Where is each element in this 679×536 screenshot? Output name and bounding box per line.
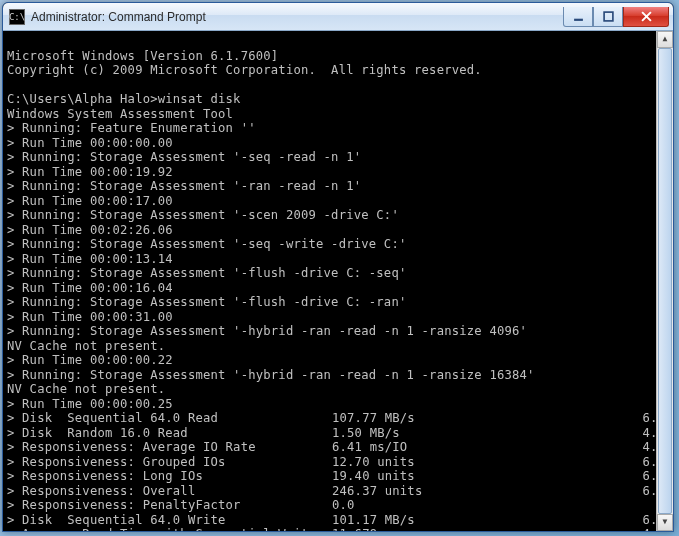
result-label: > Responsiveness: Long IOs	[7, 469, 332, 484]
result-value: 11.679 ms	[332, 527, 454, 531]
result-value: 6.41 ms/IO	[332, 440, 454, 455]
minimize-icon	[573, 11, 584, 22]
result-score	[454, 498, 669, 513]
svg-rect-1	[604, 12, 613, 21]
console-line: Copyright (c) 2009 Microsoft Corporation…	[7, 63, 482, 77]
scroll-up-button[interactable]: ▲	[657, 31, 673, 48]
maximize-icon	[603, 11, 614, 22]
result-row: > Disk Sequential 64.0 Write101.17 MB/s6…	[7, 513, 669, 528]
command-text: winsat disk	[158, 92, 241, 106]
result-label: > Disk Sequential 64.0 Read	[7, 411, 332, 426]
result-row: > Responsiveness: Average IO Rate6.41 ms…	[7, 440, 669, 455]
result-score: 6.4	[454, 469, 669, 484]
result-row: > Disk Random 16.0 Read1.50 MB/s4.0	[7, 426, 669, 441]
minimize-button[interactable]	[563, 7, 593, 27]
result-score: 6.6	[454, 513, 669, 528]
result-value: 0.0	[332, 498, 454, 513]
app-icon: C:\	[9, 9, 25, 25]
result-row: > Responsiveness: Grouped IOs12.70 units…	[7, 455, 669, 470]
result-score: 6.6	[454, 455, 669, 470]
result-label: > Disk Sequential 64.0 Write	[7, 513, 332, 528]
result-value: 12.70 units	[332, 455, 454, 470]
result-row: > Responsiveness: Overall246.37 units6.2	[7, 484, 669, 499]
maximize-button[interactable]	[593, 7, 623, 27]
result-row: > Responsiveness: Long IOs19.40 units6.4	[7, 469, 669, 484]
command-prompt-window: C:\ Administrator: Command Prompt Micros…	[2, 2, 674, 532]
result-label: > Responsiveness: Grouped IOs	[7, 455, 332, 470]
vertical-scrollbar[interactable]: ▲ ▼	[656, 31, 673, 531]
close-icon	[641, 11, 652, 22]
result-value: 19.40 units	[332, 469, 454, 484]
result-value: 107.77 MB/s	[332, 411, 454, 426]
result-label: > Responsiveness: Overall	[7, 484, 332, 499]
run-output: > Running: Feature Enumeration '' > Run …	[7, 121, 669, 411]
prompt: C:\Users\Alpha Halo>	[7, 92, 158, 106]
result-label: > Average Read Time with Sequential Writ…	[7, 527, 332, 531]
result-score: 4.0	[454, 426, 669, 441]
scroll-track[interactable]	[657, 48, 673, 514]
tool-title: Windows System Assessment Tool	[7, 107, 233, 121]
result-value: 1.50 MB/s	[332, 426, 454, 441]
window-controls	[563, 7, 669, 27]
result-label: > Responsiveness: PenaltyFactor	[7, 498, 332, 513]
result-score: 4.1	[454, 527, 669, 531]
result-value: 101.17 MB/s	[332, 513, 454, 528]
svg-rect-0	[574, 18, 583, 20]
window-title: Administrator: Command Prompt	[31, 10, 563, 24]
result-value: 246.37 units	[332, 484, 454, 499]
scroll-down-button[interactable]: ▼	[657, 514, 673, 531]
result-label: > Disk Random 16.0 Read	[7, 426, 332, 441]
result-label: > Responsiveness: Average IO Rate	[7, 440, 332, 455]
console-area[interactable]: Microsoft Windows [Version 6.1.7600] Cop…	[3, 31, 673, 531]
console-line: Microsoft Windows [Version 6.1.7600]	[7, 49, 278, 63]
result-row: > Disk Sequential 64.0 Read107.77 MB/s6.…	[7, 411, 669, 426]
close-button[interactable]	[623, 7, 669, 27]
results-table: > Disk Sequential 64.0 Read107.77 MB/s6.…	[7, 411, 669, 531]
scroll-thumb[interactable]	[658, 48, 672, 514]
result-score: 4.8	[454, 440, 669, 455]
result-score: 6.7	[454, 411, 669, 426]
titlebar[interactable]: C:\ Administrator: Command Prompt	[3, 3, 673, 31]
result-score: 6.2	[454, 484, 669, 499]
result-row: > Responsiveness: PenaltyFactor0.0	[7, 498, 669, 513]
result-row: > Average Read Time with Sequential Writ…	[7, 527, 669, 531]
